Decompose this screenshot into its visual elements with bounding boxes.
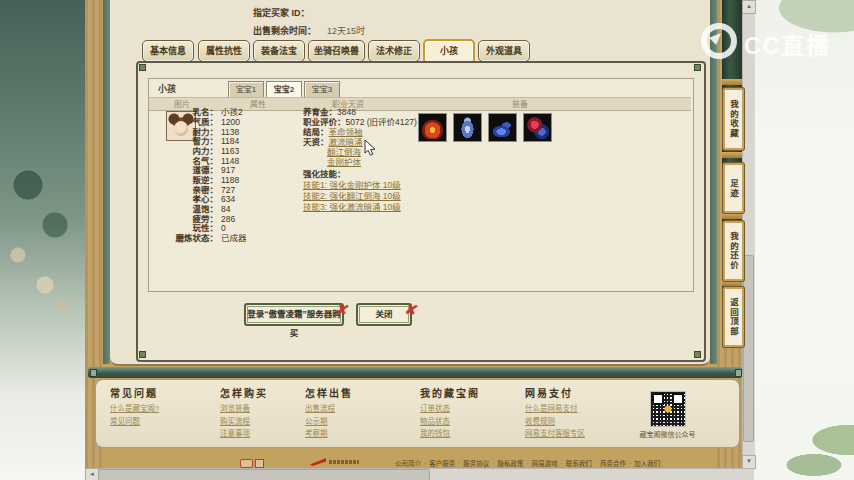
stat-value: 0 <box>218 223 226 233</box>
background-scenery-left <box>0 0 85 480</box>
horizontal-scroll-thumb[interactable] <box>98 469 430 480</box>
stat-row: 智力：1184 <box>150 136 300 146</box>
footer-link[interactable]: 考察期 <box>305 427 328 438</box>
footer-link[interactable]: 出售流程 <box>305 402 335 413</box>
stat-label: 磨炼状态： <box>150 233 218 243</box>
footer-link[interactable]: 浏览装备 <box>220 402 250 413</box>
ending-row: 结局：革命领袖 <box>303 127 363 137</box>
skill-row: 技能1: 强化金刚护体 10级 <box>303 180 401 190</box>
footer-link[interactable]: 购买流程 <box>220 415 250 426</box>
vertical-scroll-thumb[interactable] <box>743 255 754 442</box>
stat-label: 孝心： <box>150 194 218 204</box>
footer-link[interactable]: 订单状态 <box>420 402 450 413</box>
subtab-baby3[interactable]: 宝宝3 <box>304 81 340 98</box>
side-tab-my-offers[interactable]: 我的还价 <box>723 221 744 281</box>
equipment-item-icon <box>456 116 479 139</box>
footer-divider-bar <box>88 367 742 378</box>
talent-label: 天资： <box>303 137 329 147</box>
sale-time-value: 12天15时 <box>327 24 365 37</box>
skill-link-3[interactable]: 技能3: 强化激流暗涌 10级 <box>303 202 401 212</box>
stat-value: 1188 <box>218 175 239 185</box>
stat-value: 84 <box>218 204 230 214</box>
bottom-links: 公司简介客户服务服务协议隐私政策网易游戏联系我们商务合作加入我们 <box>395 458 655 468</box>
stat-value: 小孩2 <box>218 107 243 117</box>
bamboo-knuckle <box>722 79 742 85</box>
rating-label: 职业评价： <box>303 117 346 127</box>
equipment-item-icon <box>526 116 549 139</box>
green-strip-left <box>103 0 110 364</box>
tab-appearance-items[interactable]: 外观道具 <box>478 40 530 62</box>
bottom-link[interactable]: 客户服务 <box>421 460 455 467</box>
stat-row: 孝心：634 <box>150 194 300 204</box>
footer-link[interactable]: 收费规则 <box>525 415 555 426</box>
side-tab-footprints[interactable]: 足迹 <box>723 163 744 213</box>
scroll-left-button[interactable]: ◄ <box>85 468 99 480</box>
stat-label: 温饱： <box>150 204 218 214</box>
talent-row: 翻江倒海 <box>327 147 361 157</box>
cert-badge-icon <box>255 459 264 468</box>
corner-nail-icon <box>139 64 146 71</box>
bottom-link[interactable]: 公司简介 <box>395 460 421 467</box>
stat-row: 温饱：84 <box>150 204 300 214</box>
stat-label: 道德： <box>150 165 218 175</box>
child-panel-title: 小孩 <box>158 82 176 95</box>
bottom-link[interactable]: 服务协议 <box>455 460 489 467</box>
footer-col-title-sell: 怎样出售 <box>305 385 353 400</box>
footer-link[interactable]: 什么是网易支付 <box>525 402 578 413</box>
footer-link[interactable]: 物品状态 <box>420 415 450 426</box>
footer-link[interactable]: 我的钱包 <box>420 427 450 438</box>
footer-link[interactable]: 公示期 <box>305 415 328 426</box>
corner-nail-icon <box>694 64 701 71</box>
bar-nail-icon <box>90 369 97 377</box>
bottom-link[interactable]: 隐私政策 <box>489 460 523 467</box>
equipment-slot-1[interactable] <box>418 113 447 142</box>
fund-label: 养育金： <box>303 107 337 117</box>
scroll-down-button[interactable]: ▼ <box>742 455 756 469</box>
tab-spell-correction[interactable]: 法术修正 <box>368 40 420 62</box>
cc-live-logo-icon <box>701 23 737 59</box>
talent-link-3[interactable]: 金刚护体 <box>327 157 361 167</box>
screen: 指定买家 ID： 出售剩余时间： 12天15时 基本信息 属性抗性 装备法宝 坐… <box>0 0 854 480</box>
tab-basic-info[interactable]: 基本信息 <box>142 40 194 62</box>
bottom-link[interactable]: 商务合作 <box>592 460 626 467</box>
ending-link[interactable]: 革命领袖 <box>329 127 363 137</box>
stat-label: 玩性： <box>150 223 218 233</box>
cert-badge-icon <box>240 459 253 468</box>
footer-col-title-pay: 网易支付 <box>525 385 573 400</box>
netease-logo <box>310 457 360 467</box>
stat-row: 磨炼状态：已成器 <box>150 233 300 243</box>
equipment-slot-4[interactable] <box>523 113 552 142</box>
footer-link[interactable]: 什么是藏宝阁? <box>110 402 159 413</box>
talent-link-1[interactable]: 激流暗涌 <box>329 137 363 147</box>
corner-nail-icon <box>139 351 146 358</box>
qr-code <box>650 391 686 427</box>
tab-equipment[interactable]: 装备法宝 <box>253 40 305 62</box>
skill-link-1[interactable]: 技能1: 强化金刚护体 10级 <box>303 180 401 190</box>
talent-link-2[interactable]: 翻江倒海 <box>327 147 361 157</box>
stat-value: 634 <box>218 194 235 204</box>
equipment-slot-3[interactable] <box>488 113 517 142</box>
tab-mount-summon[interactable]: 坐骑召唤兽 <box>308 40 365 62</box>
login-buy-button[interactable]: 登录“傲雪凌霜”服务器购买 <box>244 303 344 326</box>
stat-value: 已成器 <box>218 233 247 243</box>
footer-link[interactable]: 常见问题 <box>110 415 140 426</box>
side-tab-favorites[interactable]: 我的收藏 <box>723 88 744 150</box>
side-tab-back-to-top[interactable]: 返回顶部 <box>723 287 744 347</box>
stat-value: 1163 <box>218 146 239 156</box>
skill-link-2[interactable]: 技能2: 强化翻江倒海 10级 <box>303 191 401 201</box>
skill-header: 强化技能： <box>303 169 346 179</box>
footer-link[interactable]: 注意事项 <box>220 427 250 438</box>
scroll-up-button[interactable]: ▲ <box>742 0 756 14</box>
tab-attributes[interactable]: 属性抗性 <box>198 40 250 62</box>
fund-value: 3848 <box>337 107 356 117</box>
bottom-link[interactable]: 联系我们 <box>558 460 592 467</box>
subtab-baby1[interactable]: 宝宝1 <box>228 81 264 98</box>
stat-row: 乳名：小孩2 <box>150 107 300 117</box>
background-scenery-right <box>754 0 854 480</box>
bottom-link[interactable]: 加入我们 <box>626 460 660 467</box>
rating-row: 职业评价：5072 (旧评价4127) <box>303 117 417 127</box>
equipment-slot-2[interactable] <box>453 113 482 142</box>
sale-time-label: 出售剩余时间： <box>253 24 316 37</box>
footer-link[interactable]: 网易支付客服专区 <box>525 427 585 438</box>
bottom-link[interactable]: 网易游戏 <box>524 460 558 467</box>
